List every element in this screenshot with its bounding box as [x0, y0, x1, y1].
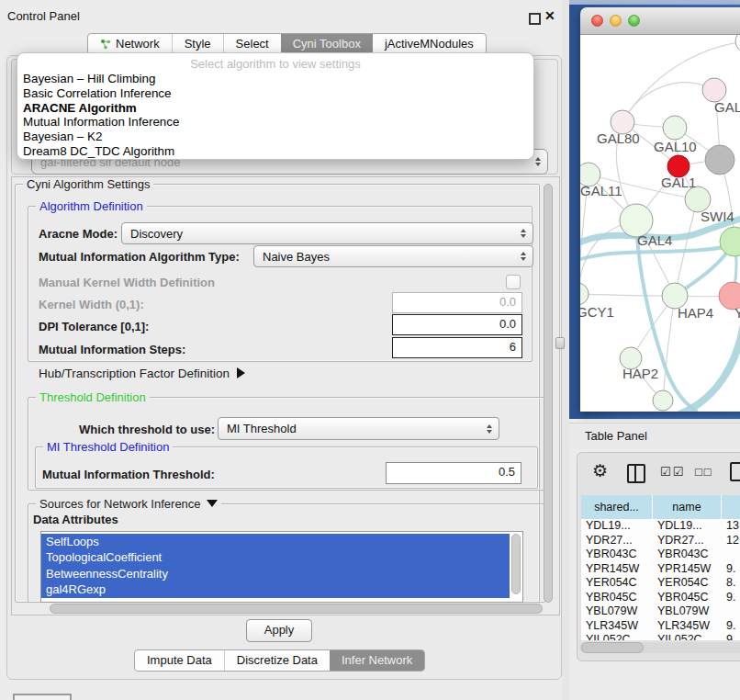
scrollbar-thumb[interactable]	[544, 184, 553, 603]
node-label: GCY1	[580, 304, 614, 320]
aracne-mode-value: Discovery	[130, 227, 183, 241]
attribute-item[interactable]: gal4RGexp	[41, 581, 510, 597]
network-node[interactable]	[663, 116, 687, 140]
node-label: HAP4	[678, 305, 713, 321]
mi-steps-field[interactable]: 6	[392, 337, 522, 358]
column-layout-icon[interactable]	[627, 464, 645, 483]
network-node[interactable]	[735, 35, 740, 52]
column-header[interactable]	[722, 495, 740, 519]
algorithm-definition-title: Algorithm Definition	[36, 199, 147, 213]
table-cell: 9.	[722, 619, 740, 634]
gear-icon[interactable]: ⚙	[592, 460, 608, 481]
mi-threshold-field[interactable]: 0.5	[386, 462, 521, 484]
algorithm-dropdown[interactable]: Select algorithm to view settings Bayesi…	[17, 52, 534, 160]
attribute-item[interactable]: SelfLoops	[41, 534, 510, 549]
node-label: GAL10	[654, 139, 697, 154]
tab-impute-data-label: Impute Data	[147, 650, 212, 671]
network-node[interactable]	[653, 390, 673, 411]
apply-button[interactable]: Apply	[246, 619, 312, 642]
column-header[interactable]: shared...	[581, 495, 653, 519]
network-node[interactable]	[720, 227, 740, 256]
mi-threshold-label: Mutual Information Threshold:	[42, 468, 215, 481]
column-header[interactable]: name	[653, 495, 722, 519]
pane-divider-handle[interactable]	[555, 337, 565, 349]
table-cell: 12	[722, 534, 740, 548]
algorithm-option[interactable]: Basic Correlation Inference	[17, 86, 533, 101]
deselect-all-icon[interactable]: □□	[695, 465, 713, 479]
table-cell: YIL052C	[653, 633, 722, 640]
table-row[interactable]: YLR345WYLR345W9.	[581, 619, 740, 634]
kernel-width-field[interactable]: 0.0	[392, 292, 522, 313]
undock-icon[interactable]	[529, 13, 541, 25]
attributes-vscrollbar[interactable]	[511, 534, 521, 596]
table-row[interactable]: YDL19...YDL19...13	[581, 519, 740, 534]
hub-section-toggle[interactable]: Hub/Transcription Factor Definition	[39, 367, 245, 380]
tab-cyni-toolbox[interactable]: Cyni Toolbox	[281, 34, 373, 54]
which-threshold-combo[interactable]: MI Threshold	[218, 417, 499, 440]
close-traffic-light-icon[interactable]	[591, 15, 603, 27]
table-row[interactable]: YBL079WYBL079W	[581, 604, 740, 619]
tab-style[interactable]: Style	[172, 34, 223, 54]
attribute-item[interactable]: BetweennessCentrality	[41, 566, 510, 581]
table-cell: YBR045C	[581, 591, 653, 605]
function-builder-icon[interactable]	[730, 462, 740, 481]
close-icon[interactable]: ✕	[544, 8, 555, 23]
table-cell: YDL19...	[653, 519, 722, 534]
tab-jactivemnodules[interactable]: jActiveMNodules	[373, 34, 486, 54]
network-window[interactable]: GAL7GAL80GAL10GAL1GAL11SWI4GAL4GCY1HAP4Y…	[580, 7, 740, 412]
algorithm-option[interactable]: Bayesian – K2	[17, 130, 533, 144]
settings-vscrollbar[interactable]	[544, 181, 554, 607]
algorithm-option[interactable]: Bayesian – Hill Climbing	[17, 72, 533, 86]
table-row[interactable]: YDR27...YDR27...12	[581, 534, 740, 548]
algorithm-option[interactable]: Dream8 DC_TDC Algorithm	[17, 144, 533, 159]
manual-kernel-checkbox[interactable]	[506, 275, 521, 289]
control-panel-title: Control Panel	[7, 9, 80, 23]
table-row[interactable]: YIL052CYIL052C9.	[581, 633, 740, 640]
docked-panel-icon[interactable]	[13, 694, 72, 700]
mi-type-combo[interactable]: Naive Bayes	[253, 245, 533, 267]
minimize-traffic-light-icon[interactable]	[610, 15, 622, 27]
table-cell	[722, 604, 740, 619]
table-hscrollbar[interactable]	[579, 642, 740, 653]
network-edge[interactable]	[681, 324, 740, 412]
select-all-icon[interactable]: ☑☑	[660, 465, 685, 479]
mi-type-label: Mutual Information Algorithm Type:	[39, 250, 240, 264]
dpi-tolerance-field[interactable]: 0.0	[392, 314, 522, 335]
table-cell: 9.	[722, 562, 740, 577]
network-node[interactable]	[580, 283, 589, 305]
data-attributes-list[interactable]: SelfLoopsTopologicalCoefficientBetweenne…	[40, 531, 523, 603]
tab-cyni-toolbox-label: Cyni Toolbox	[293, 34, 361, 54]
tab-discretize-data[interactable]: Discretize Data	[224, 650, 330, 671]
sources-group-title[interactable]: Sources for Network Inference	[36, 497, 221, 511]
threshold-definition-title: Threshold Definition	[36, 390, 150, 404]
scrollbar-thumb[interactable]	[50, 604, 543, 614]
tab-select-label: Select	[236, 34, 269, 54]
settings-hscrollbar[interactable]	[50, 604, 543, 614]
node-table: shared...name YDL19...YDL19...13YDR27...…	[581, 495, 740, 640]
manual-kernel-label: Manual Kernel Width Definition	[39, 276, 215, 289]
tab-network[interactable]: Network	[88, 34, 172, 54]
tab-impute-data[interactable]: Impute Data	[135, 650, 224, 671]
table-row[interactable]: YBR045CYBR045C9.	[581, 591, 740, 605]
algorithm-option[interactable]: ARACNE Algorithm	[17, 101, 533, 116]
zoom-traffic-light-icon[interactable]	[628, 15, 640, 27]
table-row[interactable]: YBR043CYBR043C	[581, 548, 740, 562]
collapse-down-icon	[207, 500, 218, 507]
scrollbar-thumb[interactable]	[511, 534, 521, 594]
network-canvas[interactable]: GAL7GAL80GAL10GAL1GAL11SWI4GAL4GCY1HAP4Y…	[580, 35, 740, 412]
node-label: SWI4	[701, 209, 734, 224]
table-row[interactable]: YER054CYER054C8.	[581, 576, 740, 591]
algorithm-option[interactable]: Mutual Information Inference	[17, 115, 533, 130]
tab-infer-network[interactable]: Infer Network	[330, 650, 424, 671]
scrollbar-thumb[interactable]	[581, 642, 644, 653]
attribute-item[interactable]: TopologicalCoefficient	[41, 549, 510, 565]
table-cell: YBR043C	[581, 548, 653, 562]
kernel-width-label: Kernel Width (0,1):	[39, 298, 144, 311]
network-node[interactable]	[705, 145, 734, 175]
tab-select[interactable]: Select	[223, 34, 281, 54]
table-row[interactable]: YPR145WYPR145W9.	[581, 562, 740, 577]
table-cell: YIL052C	[581, 633, 653, 640]
network-window-titlebar[interactable]	[580, 7, 740, 35]
aracne-mode-combo[interactable]: Discovery	[121, 222, 533, 244]
network-edge[interactable]	[580, 294, 675, 296]
